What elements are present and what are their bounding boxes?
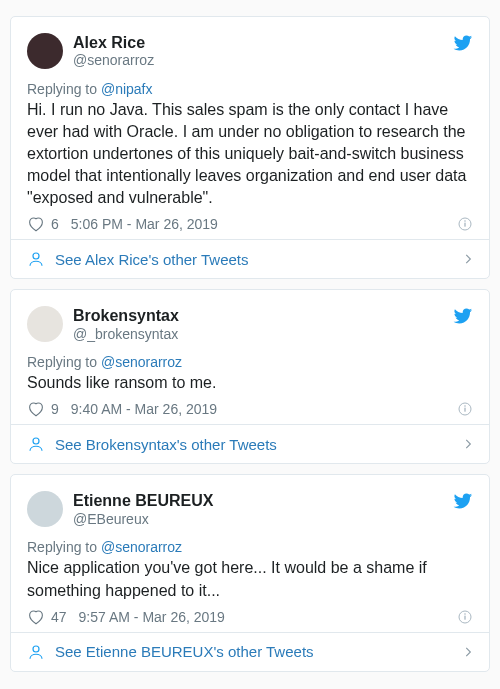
tweet-header[interactable]: Etienne BEUREUX @EBeureux (27, 491, 473, 527)
tweet-card: Alex Rice @senorarroz Replying to @nipaf… (10, 16, 490, 279)
user-names[interactable]: Brokensyntax @_brokensyntax (73, 306, 179, 342)
tweet-meta: 47 9:57 AM - Mar 26, 2019 (27, 608, 473, 626)
tweet-body: Etienne BEUREUX @EBeureux Replying to @s… (11, 475, 489, 631)
replying-to: Replying to @senorarroz (27, 354, 473, 370)
see-other-tweets-link[interactable]: See Etienne BEUREUX's other Tweets (11, 632, 489, 671)
tweet-header[interactable]: Brokensyntax @_brokensyntax (27, 306, 473, 342)
tweet-header[interactable]: Alex Rice @senorarroz (27, 33, 473, 69)
user-names[interactable]: Alex Rice @senorarroz (73, 33, 154, 69)
timestamp-link[interactable]: 9:40 AM - Mar 26, 2019 (71, 401, 217, 417)
like-count: 47 (51, 609, 67, 625)
svg-rect-5 (464, 408, 465, 412)
timestamp-link[interactable]: 9:57 AM - Mar 26, 2019 (79, 609, 225, 625)
info-icon[interactable] (457, 401, 473, 417)
like-count: 9 (51, 401, 59, 417)
chevron-right-icon (461, 252, 475, 266)
svg-point-11 (33, 646, 39, 652)
avatar[interactable] (27, 33, 63, 69)
twitter-logo-icon[interactable] (453, 306, 473, 326)
tweet-text: Nice application you've got here... It w… (27, 557, 473, 601)
svg-point-7 (33, 438, 39, 444)
avatar[interactable] (27, 491, 63, 527)
see-other-tweets-link[interactable]: See Brokensyntax's other Tweets (11, 424, 489, 463)
tweet-card: Etienne BEUREUX @EBeureux Replying to @s… (10, 474, 490, 671)
footer-text: See Etienne BEUREUX's other Tweets (55, 643, 314, 660)
like-button[interactable]: 6 (27, 215, 59, 233)
svg-rect-10 (464, 613, 465, 614)
footer-text: See Alex Rice's other Tweets (55, 251, 249, 268)
svg-rect-9 (464, 615, 465, 619)
tweet-card: Brokensyntax @_brokensyntax Replying to … (10, 289, 490, 464)
heart-icon (27, 608, 45, 626)
chevron-right-icon (461, 645, 475, 659)
svg-rect-1 (464, 223, 465, 227)
replying-prefix: Replying to (27, 81, 101, 97)
footer-text: See Brokensyntax's other Tweets (55, 436, 277, 453)
reply-target-link[interactable]: @senorarroz (101, 539, 182, 555)
tweet-feed: Alex Rice @senorarroz Replying to @nipaf… (0, 0, 500, 684)
info-icon[interactable] (457, 609, 473, 625)
display-name: Alex Rice (73, 33, 154, 52)
info-icon[interactable] (457, 216, 473, 232)
chevron-right-icon (461, 437, 475, 451)
twitter-logo-icon[interactable] (453, 491, 473, 511)
heart-icon (27, 400, 45, 418)
reply-target-link[interactable]: @senorarroz (101, 354, 182, 370)
reply-target-link[interactable]: @nipafx (101, 81, 153, 97)
like-button[interactable]: 47 (27, 608, 67, 626)
replying-to: Replying to @senorarroz (27, 539, 473, 555)
replying-prefix: Replying to (27, 539, 101, 555)
display-name: Etienne BEUREUX (73, 491, 213, 510)
timestamp-link[interactable]: 5:06 PM - Mar 26, 2019 (71, 216, 218, 232)
display-name: Brokensyntax (73, 306, 179, 325)
avatar[interactable] (27, 306, 63, 342)
svg-rect-6 (464, 406, 465, 407)
tweet-body: Alex Rice @senorarroz Replying to @nipaf… (11, 17, 489, 239)
svg-rect-2 (464, 221, 465, 222)
replying-prefix: Replying to (27, 354, 101, 370)
person-icon (27, 643, 45, 661)
twitter-logo-icon[interactable] (453, 33, 473, 53)
tweet-text: Sounds like ransom to me. (27, 372, 473, 394)
tweet-body: Brokensyntax @_brokensyntax Replying to … (11, 290, 489, 424)
heart-icon (27, 215, 45, 233)
person-icon (27, 435, 45, 453)
tweet-meta: 9 9:40 AM - Mar 26, 2019 (27, 400, 473, 418)
tweet-meta: 6 5:06 PM - Mar 26, 2019 (27, 215, 473, 233)
replying-to: Replying to @nipafx (27, 81, 473, 97)
like-button[interactable]: 9 (27, 400, 59, 418)
svg-point-3 (33, 253, 39, 259)
tweet-text: Hi. I run no Java. This sales spam is th… (27, 99, 473, 209)
user-handle: @_brokensyntax (73, 326, 179, 343)
like-count: 6 (51, 216, 59, 232)
person-icon (27, 250, 45, 268)
user-names[interactable]: Etienne BEUREUX @EBeureux (73, 491, 213, 527)
see-other-tweets-link[interactable]: See Alex Rice's other Tweets (11, 239, 489, 278)
user-handle: @EBeureux (73, 511, 213, 528)
user-handle: @senorarroz (73, 52, 154, 69)
